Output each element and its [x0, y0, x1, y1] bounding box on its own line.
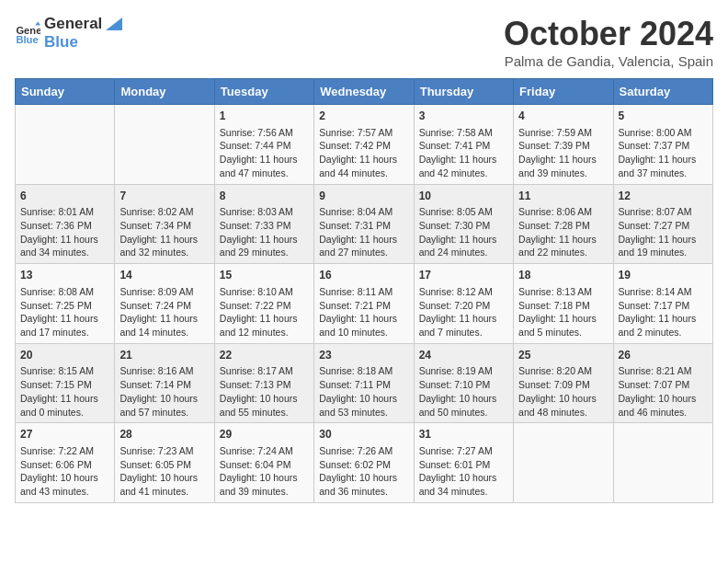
day-number: 13: [20, 268, 109, 283]
day-number: 16: [319, 268, 408, 283]
location: Palma de Gandia, Valencia, Spain: [504, 53, 713, 69]
calendar-cell: 31Sunrise: 7:27 AMSunset: 6:01 PMDayligh…: [414, 423, 513, 503]
calendar-cell: 12Sunrise: 8:07 AMSunset: 7:27 PMDayligh…: [613, 184, 712, 264]
calendar-cell: 30Sunrise: 7:26 AMSunset: 6:02 PMDayligh…: [314, 423, 414, 503]
calendar-cell: [613, 423, 712, 503]
day-info: Sunrise: 7:56 AMSunset: 7:44 PMDaylight:…: [220, 126, 309, 180]
week-row-3: 13Sunrise: 8:08 AMSunset: 7:25 PMDayligh…: [16, 264, 713, 344]
day-info: Sunrise: 8:04 AMSunset: 7:31 PMDaylight:…: [319, 205, 408, 259]
svg-marker-3: [106, 17, 122, 30]
day-info: Sunrise: 8:06 AMSunset: 7:28 PMDaylight:…: [518, 205, 608, 259]
day-number: 17: [419, 268, 508, 283]
calendar-cell: 3Sunrise: 7:58 AMSunset: 7:41 PMDaylight…: [414, 105, 513, 185]
day-number: 27: [20, 427, 109, 442]
logo: General Blue General Blue: [15, 15, 122, 52]
calendar-cell: [115, 105, 214, 185]
day-info: Sunrise: 8:12 AMSunset: 7:20 PMDaylight:…: [419, 285, 508, 339]
day-info: Sunrise: 8:11 AMSunset: 7:21 PMDaylight:…: [319, 285, 408, 339]
logo-text-general: General: [44, 15, 102, 33]
day-number: 24: [419, 348, 508, 363]
day-info: Sunrise: 7:27 AMSunset: 6:01 PMDaylight:…: [419, 444, 508, 499]
day-number: 22: [220, 348, 309, 363]
day-info: Sunrise: 8:08 AMSunset: 7:25 PMDaylight:…: [20, 285, 109, 339]
day-info: Sunrise: 8:18 AMSunset: 7:11 PMDaylight:…: [319, 364, 408, 419]
day-info: Sunrise: 8:14 AMSunset: 7:17 PMDaylight:…: [619, 285, 708, 339]
calendar-cell: 4Sunrise: 7:59 AMSunset: 7:39 PMDaylight…: [514, 105, 613, 185]
day-info: Sunrise: 8:02 AMSunset: 7:34 PMDaylight:…: [119, 205, 209, 259]
day-number: 6: [20, 189, 109, 204]
day-info: Sunrise: 8:01 AMSunset: 7:36 PMDaylight:…: [20, 205, 109, 259]
svg-marker-2: [35, 21, 40, 25]
weekday-header-monday: Monday: [115, 79, 214, 105]
weekday-header-row: SundayMondayTuesdayWednesdayThursdayFrid…: [16, 79, 713, 105]
day-info: Sunrise: 7:26 AMSunset: 6:02 PMDaylight:…: [319, 444, 408, 499]
day-number: 4: [518, 109, 608, 124]
day-number: 20: [20, 348, 109, 363]
day-info: Sunrise: 8:00 AMSunset: 7:37 PMDaylight:…: [619, 126, 708, 180]
calendar-cell: 18Sunrise: 8:13 AMSunset: 7:18 PMDayligh…: [514, 264, 613, 344]
logo-triangle-icon: [106, 17, 122, 30]
calendar-cell: 15Sunrise: 8:10 AMSunset: 7:22 PMDayligh…: [214, 264, 313, 344]
logo-icon: General Blue: [15, 20, 40, 46]
calendar-cell: 28Sunrise: 7:23 AMSunset: 6:05 PMDayligh…: [115, 423, 214, 503]
week-row-1: 1Sunrise: 7:56 AMSunset: 7:44 PMDaylight…: [16, 105, 713, 185]
day-number: 18: [518, 268, 608, 283]
calendar-cell: 19Sunrise: 8:14 AMSunset: 7:17 PMDayligh…: [613, 264, 712, 344]
day-info: Sunrise: 8:05 AMSunset: 7:30 PMDaylight:…: [419, 205, 508, 259]
calendar-cell: 24Sunrise: 8:19 AMSunset: 7:10 PMDayligh…: [414, 343, 513, 423]
day-info: Sunrise: 8:03 AMSunset: 7:33 PMDaylight:…: [220, 205, 309, 259]
day-info: Sunrise: 7:58 AMSunset: 7:41 PMDaylight:…: [419, 126, 508, 180]
week-row-5: 27Sunrise: 7:22 AMSunset: 6:06 PMDayligh…: [16, 423, 713, 503]
day-info: Sunrise: 7:23 AMSunset: 6:05 PMDaylight:…: [119, 444, 209, 499]
day-info: Sunrise: 7:59 AMSunset: 7:39 PMDaylight:…: [518, 126, 608, 180]
calendar-cell: 25Sunrise: 8:20 AMSunset: 7:09 PMDayligh…: [514, 343, 613, 423]
day-info: Sunrise: 7:24 AMSunset: 6:04 PMDaylight:…: [220, 444, 309, 499]
weekday-header-wednesday: Wednesday: [314, 79, 414, 105]
calendar-cell: [16, 105, 115, 185]
day-info: Sunrise: 8:16 AMSunset: 7:14 PMDaylight:…: [119, 364, 209, 419]
day-number: 28: [119, 427, 209, 442]
day-number: 25: [518, 348, 608, 363]
weekday-header-saturday: Saturday: [613, 79, 712, 105]
calendar-cell: 26Sunrise: 8:21 AMSunset: 7:07 PMDayligh…: [613, 343, 712, 423]
calendar-cell: 20Sunrise: 8:15 AMSunset: 7:15 PMDayligh…: [16, 343, 115, 423]
day-number: 26: [619, 348, 708, 363]
calendar-cell: 11Sunrise: 8:06 AMSunset: 7:28 PMDayligh…: [514, 184, 613, 264]
calendar-cell: 22Sunrise: 8:17 AMSunset: 7:13 PMDayligh…: [214, 343, 313, 423]
day-info: Sunrise: 8:20 AMSunset: 7:09 PMDaylight:…: [518, 364, 608, 419]
logo-text-blue: Blue: [44, 33, 122, 52]
day-info: Sunrise: 8:13 AMSunset: 7:18 PMDaylight:…: [518, 285, 608, 339]
day-number: 30: [319, 427, 408, 442]
day-number: 9: [319, 189, 408, 204]
calendar-cell: 8Sunrise: 8:03 AMSunset: 7:33 PMDaylight…: [214, 184, 313, 264]
calendar-cell: 7Sunrise: 8:02 AMSunset: 7:34 PMDaylight…: [115, 184, 214, 264]
day-number: 1: [220, 109, 309, 124]
day-number: 21: [119, 348, 209, 363]
weekday-header-sunday: Sunday: [16, 79, 115, 105]
calendar-cell: 10Sunrise: 8:05 AMSunset: 7:30 PMDayligh…: [414, 184, 513, 264]
calendar-cell: 1Sunrise: 7:56 AMSunset: 7:44 PMDaylight…: [214, 105, 313, 185]
day-info: Sunrise: 8:17 AMSunset: 7:13 PMDaylight:…: [220, 364, 309, 419]
svg-text:Blue: Blue: [16, 34, 38, 45]
calendar-cell: 27Sunrise: 7:22 AMSunset: 6:06 PMDayligh…: [16, 423, 115, 503]
calendar-cell: 6Sunrise: 8:01 AMSunset: 7:36 PMDaylight…: [16, 184, 115, 264]
day-info: Sunrise: 8:19 AMSunset: 7:10 PMDaylight:…: [419, 364, 508, 419]
day-number: 7: [119, 189, 209, 204]
title-block: October 2024 Palma de Gandia, Valencia, …: [504, 15, 713, 69]
day-number: 29: [220, 427, 309, 442]
day-number: 23: [319, 348, 408, 363]
day-number: 31: [419, 427, 508, 442]
week-row-2: 6Sunrise: 8:01 AMSunset: 7:36 PMDaylight…: [16, 184, 713, 264]
day-number: 8: [220, 189, 309, 204]
day-number: 3: [419, 109, 508, 124]
day-number: 19: [619, 268, 708, 283]
day-info: Sunrise: 8:09 AMSunset: 7:24 PMDaylight:…: [119, 285, 209, 339]
weekday-header-tuesday: Tuesday: [214, 79, 313, 105]
day-number: 10: [419, 189, 508, 204]
calendar-cell: 16Sunrise: 8:11 AMSunset: 7:21 PMDayligh…: [314, 264, 414, 344]
calendar-cell: 9Sunrise: 8:04 AMSunset: 7:31 PMDaylight…: [314, 184, 414, 264]
calendar-cell: 13Sunrise: 8:08 AMSunset: 7:25 PMDayligh…: [16, 264, 115, 344]
week-row-4: 20Sunrise: 8:15 AMSunset: 7:15 PMDayligh…: [16, 343, 713, 423]
day-number: 12: [619, 189, 708, 204]
day-info: Sunrise: 7:22 AMSunset: 6:06 PMDaylight:…: [20, 444, 109, 499]
